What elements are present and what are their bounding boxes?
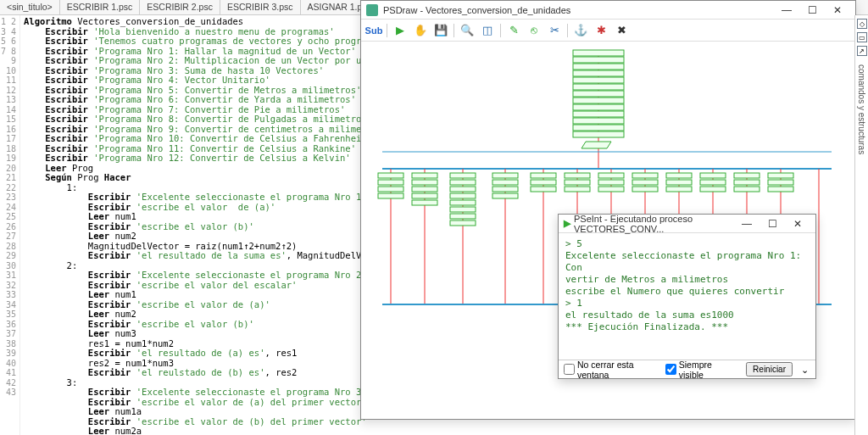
svg-rect-7 [573, 91, 624, 97]
svg-rect-59 [666, 173, 692, 178]
svg-rect-2 [573, 57, 624, 63]
svg-rect-8 [573, 98, 624, 103]
svg-rect-33 [450, 200, 476, 205]
tab-escribir1[interactable]: ESCRIBIR 1.psc [60, 0, 141, 14]
svg-rect-49 [565, 187, 590, 192]
svg-rect-11 [573, 118, 624, 124]
svg-rect-34 [450, 207, 476, 212]
svg-rect-23 [412, 173, 437, 178]
console-footer: No cerrar esta ventana Siempre visible R… [559, 360, 815, 378]
svg-rect-24 [412, 180, 437, 185]
svg-rect-65 [700, 187, 726, 192]
play-icon[interactable]: ▶ [392, 23, 408, 38]
line-gutter: 1 2 3 4 5 6 7 8 9 10 11 12 13 14 15 16 1… [0, 15, 20, 435]
svg-rect-35 [450, 214, 476, 219]
comment-icon[interactable]: ✎ [506, 23, 521, 38]
svg-rect-60 [666, 180, 692, 185]
crop-icon[interactable]: ◫ [480, 23, 495, 38]
svg-rect-32 [450, 193, 476, 198]
console-maximize-button[interactable]: ☐ [760, 215, 785, 232]
svg-rect-4 [573, 70, 624, 76]
zoom-icon[interactable]: 🔍 [459, 23, 475, 38]
maximize-button[interactable]: ☐ [799, 2, 825, 19]
svg-rect-55 [632, 173, 658, 178]
tool-arrow-icon[interactable]: ↗ [857, 46, 867, 56]
help-icon[interactable]: ✱ [593, 23, 609, 38]
svg-rect-30 [450, 180, 476, 185]
svg-rect-44 [531, 180, 556, 185]
flowchart-escribir-stack [573, 50, 624, 148]
svg-rect-5 [573, 77, 624, 83]
save-icon[interactable]: 💾 [433, 23, 448, 38]
svg-rect-3 [573, 64, 624, 70]
minimize-button[interactable]: ― [774, 2, 799, 19]
svg-rect-12 [573, 125, 624, 131]
svg-rect-67 [734, 173, 760, 178]
svg-rect-21 [378, 193, 403, 198]
svg-rect-40 [492, 187, 518, 192]
svg-rect-57 [632, 187, 658, 192]
style-icon[interactable]: ⎋ [526, 23, 542, 38]
restart-button[interactable]: Reiniciar [746, 362, 793, 376]
svg-rect-38 [492, 173, 518, 178]
svg-rect-52 [598, 180, 624, 185]
svg-rect-36 [450, 220, 476, 226]
svg-rect-18 [378, 173, 403, 178]
no-close-checkbox[interactable]: No cerrar esta ventana [564, 360, 659, 380]
svg-rect-61 [666, 187, 692, 192]
svg-rect-29 [450, 173, 476, 178]
tool-box-icon[interactable]: ▭ [857, 32, 867, 42]
tool-rect-icon[interactable]: ◇ [857, 19, 867, 29]
svg-rect-68 [734, 180, 760, 185]
svg-rect-26 [412, 193, 437, 198]
svg-rect-19 [378, 180, 403, 185]
psdraw-app-icon [366, 4, 378, 16]
svg-rect-27 [412, 200, 437, 205]
close-button[interactable]: ✕ [825, 2, 850, 19]
svg-rect-39 [492, 180, 518, 185]
svg-rect-43 [531, 173, 556, 178]
svg-rect-47 [565, 173, 590, 178]
tab-sin-titulo[interactable]: <sin_titulo> [0, 0, 60, 14]
sub-button[interactable]: Sub [366, 23, 381, 38]
console-title: PSeInt - Ejecutando proceso VECTORES_CON… [574, 214, 734, 234]
tab-escribir3[interactable]: ESCRIBIR 3.psc [220, 0, 301, 14]
psdraw-toolbar: Sub ▶ ✋ 💾 🔍 ◫ ✎ ⎋ ✂ ⚓ ✱ ✖ [361, 20, 855, 42]
console-titlebar[interactable]: ▶ PSeInt - Ejecutando proceso VECTORES_C… [559, 215, 815, 233]
svg-rect-9 [573, 104, 624, 110]
svg-rect-48 [565, 180, 590, 185]
hand-icon[interactable]: ✋ [413, 23, 428, 38]
svg-rect-63 [700, 173, 726, 178]
svg-rect-73 [768, 187, 793, 192]
svg-rect-13 [573, 131, 624, 137]
close-diagram-icon[interactable]: ✖ [614, 23, 629, 38]
svg-rect-69 [734, 187, 760, 192]
svg-rect-10 [573, 111, 624, 117]
svg-rect-20 [378, 187, 403, 192]
structures-sidebar[interactable]: ◇ ▭ ↗ comandos y estructuras [854, 15, 868, 435]
pseint-run-icon: ▶ [564, 218, 570, 229]
svg-marker-14 [581, 142, 611, 148]
svg-rect-41 [492, 193, 518, 198]
svg-rect-51 [598, 173, 624, 178]
tab-escribir2[interactable]: ESCRIBIR 2.psc [140, 0, 220, 14]
svg-rect-25 [412, 187, 437, 192]
cut-icon[interactable]: ✂ [547, 23, 562, 38]
console-minimize-button[interactable]: ― [734, 215, 760, 232]
svg-rect-64 [700, 180, 726, 185]
svg-rect-6 [573, 84, 624, 90]
dropdown-icon[interactable]: ⌄ [799, 365, 810, 375]
svg-rect-1 [573, 50, 624, 56]
console-close-button[interactable]: ✕ [785, 215, 810, 232]
svg-rect-56 [632, 180, 658, 185]
svg-rect-72 [768, 180, 793, 185]
svg-rect-53 [598, 187, 624, 192]
psdraw-titlebar[interactable]: PSDraw - Vectores_conversion_de_unidades… [361, 1, 855, 20]
svg-rect-31 [450, 187, 476, 192]
psdraw-title: PSDraw - Vectores_conversion_de_unidades [383, 5, 774, 15]
always-visible-checkbox[interactable]: Siempre visible [665, 360, 732, 380]
settings-icon[interactable]: ⚓ [573, 23, 588, 38]
svg-rect-71 [768, 173, 793, 178]
console-output[interactable]: > 5 Excelente seleccionaste el programa … [559, 233, 815, 360]
svg-rect-45 [531, 187, 556, 192]
